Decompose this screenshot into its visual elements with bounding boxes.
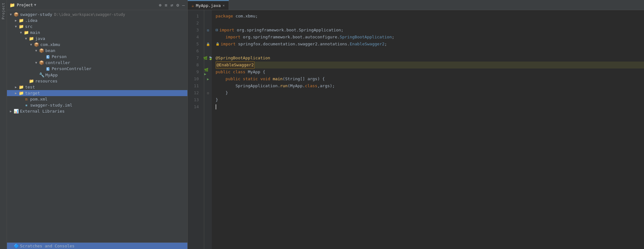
gutter-7: 🌿 🍃 bbox=[204, 55, 212, 62]
param-args-2: args bbox=[320, 82, 330, 89]
scratches-icon: 🔷 bbox=[13, 243, 19, 248]
gutter-13 bbox=[204, 96, 212, 103]
tab-close[interactable]: × bbox=[223, 3, 225, 8]
idea-arrow: ▶ bbox=[13, 19, 18, 22]
tree-bean[interactable]: ▼ 📦 bean bbox=[7, 48, 187, 54]
gutter-4 bbox=[204, 34, 212, 41]
ann-enableswagger2: @EnableSwagger2 bbox=[216, 61, 255, 69]
tree-target[interactable]: ▶ 📁 target bbox=[7, 90, 187, 96]
bean-green-icon[interactable]: 🌿 bbox=[203, 56, 208, 60]
tree-resources[interactable]: ▶ 📁 resources bbox=[7, 78, 187, 84]
import-spring-boot-app: SpringBootApplication bbox=[340, 34, 392, 41]
project-dropdown-icon[interactable]: ▼ bbox=[34, 3, 36, 7]
fold-3-icon[interactable]: ⊟ bbox=[207, 29, 209, 32]
target-label: target bbox=[25, 91, 40, 95]
pkg-name: com.xbmu bbox=[236, 13, 256, 20]
gutter-3: ⊟ bbox=[204, 27, 212, 34]
pom-label: pom.xml bbox=[30, 97, 48, 102]
locate-icon[interactable]: ⊕ bbox=[159, 3, 161, 8]
import-path-5-plain: springfox.documentation.swagger2.annotat… bbox=[238, 41, 350, 48]
ext-lib-label: External Libraries bbox=[20, 109, 65, 114]
root-arrow: ▼ bbox=[8, 13, 13, 16]
person-label: Person bbox=[52, 54, 67, 59]
ln-8: 8 bbox=[188, 62, 201, 69]
tree-scratches[interactable]: ▶ 🔷 Scratches and Consoles bbox=[7, 243, 187, 249]
person-icon: C bbox=[45, 54, 51, 59]
tree-test[interactable]: ▶ 📁 test bbox=[7, 84, 187, 90]
test-folder-icon: 📁 bbox=[18, 85, 24, 89]
import-path-3: org.springframework.boot.SpringApplicati… bbox=[237, 27, 344, 34]
tree-java[interactable]: ▼ 📁 java bbox=[7, 36, 187, 42]
tree-root[interactable]: ▼ 📦 swagger-study D:\idea_workspace\swag… bbox=[7, 11, 187, 17]
sidebar-strip-label[interactable]: Project bbox=[1, 3, 5, 19]
bean-leaf-icon[interactable]: 🍃 bbox=[208, 56, 213, 60]
pom-icon: m bbox=[23, 97, 29, 102]
gutter-1 bbox=[204, 13, 212, 20]
import-path-4-plain: org.springframework.boot.autoconfigure. bbox=[243, 34, 340, 41]
myapp-label: MyApp bbox=[45, 73, 58, 77]
fold-inline-3[interactable]: ⊟ bbox=[216, 27, 218, 34]
main-arrow: ▼ bbox=[18, 31, 23, 34]
ln-11: 11 bbox=[188, 82, 201, 89]
code-line-6 bbox=[216, 48, 644, 55]
header-icons: ⊕ ≡ ⇄ ⚙ — bbox=[159, 3, 185, 8]
import-enable-swagger2: EnableSwagger2 bbox=[350, 41, 385, 48]
code-line-14 bbox=[216, 103, 644, 110]
ln-7: 7 bbox=[188, 55, 201, 62]
com-xbmu-arrow: ▼ bbox=[29, 43, 34, 46]
kw-void-10: void bbox=[260, 75, 273, 82]
expand-icon[interactable]: ⇄ bbox=[171, 3, 173, 8]
code-line-1: package com.xbmu; bbox=[216, 13, 644, 20]
iml-label: swagger-study.iml bbox=[30, 103, 72, 108]
tree-personcontroller[interactable]: ▶ C PersonController bbox=[7, 66, 187, 72]
code-line-4: import org.springframework.boot.autoconf… bbox=[216, 34, 644, 41]
tree-com-xbmu[interactable]: ▼ 📦 com.xbmu bbox=[7, 42, 187, 48]
bean-label: bean bbox=[45, 48, 55, 53]
tab-name: MyApp.java bbox=[196, 3, 221, 8]
collapse-all-icon[interactable]: ≡ bbox=[165, 3, 167, 8]
tree-external-libraries[interactable]: ▶ 📊 External Libraries bbox=[7, 108, 187, 114]
controller-arrow: ▼ bbox=[34, 61, 39, 64]
ann-springboot: @SpringBootApplication bbox=[216, 55, 270, 62]
project-header: 📁 Project ▼ ⊕ ≡ ⇄ ⚙ — bbox=[7, 0, 187, 10]
ln-9: 9 bbox=[188, 69, 201, 75]
tab-icon: ☕ bbox=[192, 3, 194, 8]
run-10-icon[interactable]: ▶ bbox=[207, 77, 209, 81]
run-9-icon[interactable]: 🌿 ▶ bbox=[204, 68, 212, 76]
tree-iml[interactable]: ▶ ◼ swagger-study.iml bbox=[7, 102, 187, 108]
java-label: java bbox=[35, 36, 45, 41]
method-main: main bbox=[273, 75, 283, 82]
tree-main[interactable]: ▼ 📁 main bbox=[7, 29, 187, 36]
tree-src[interactable]: ▼ 📁 src bbox=[7, 23, 187, 29]
tree-pom[interactable]: ▶ m pom.xml bbox=[7, 96, 187, 102]
minimize-icon[interactable]: — bbox=[182, 3, 185, 8]
tree-controller[interactable]: ▼ 📦 controller bbox=[7, 60, 187, 66]
root-path: D:\idea_workspace\swagger-study bbox=[54, 12, 125, 17]
settings-icon[interactable]: ⚙ bbox=[176, 3, 179, 8]
kw-static-10: static bbox=[243, 75, 260, 82]
ln-1: 1 bbox=[188, 13, 201, 20]
gutter-11 bbox=[204, 82, 212, 89]
src-folder-icon: 📁 bbox=[18, 24, 24, 29]
lock-inline-5: 🔒 bbox=[216, 41, 219, 48]
tree-person[interactable]: ▶ C Person bbox=[7, 54, 187, 60]
code-content[interactable]: package com.xbmu; ⊟ import org.springfra… bbox=[212, 10, 644, 249]
tree-myapp[interactable]: ▶ 🔧 MyApp bbox=[7, 72, 187, 78]
ln-10: 10 bbox=[188, 75, 201, 82]
main-label: main bbox=[30, 30, 40, 35]
fold-12-icon[interactable]: ⊟ bbox=[207, 91, 209, 95]
project-title: Project ▼ bbox=[17, 3, 36, 7]
ext-lib-icon: 📊 bbox=[13, 109, 19, 114]
java-folder-icon: 📁 bbox=[29, 36, 34, 41]
cursor bbox=[216, 104, 216, 109]
ln-2: 2 bbox=[188, 20, 201, 27]
code-line-10: public static void main(String[] args) { bbox=[216, 75, 644, 82]
tree-idea[interactable]: ▶ 📁 .idea bbox=[7, 17, 187, 23]
editor-tab-myapp[interactable]: ☕ MyApp.java × bbox=[188, 0, 229, 10]
code-line-13: } bbox=[216, 96, 644, 103]
editor-tabs: ☕ MyApp.java × bbox=[188, 0, 644, 10]
code-line-11: SpringApplication.run(MyApp.class,args); bbox=[216, 82, 644, 89]
src-arrow: ▼ bbox=[13, 25, 18, 28]
code-line-2 bbox=[216, 20, 644, 27]
code-line-3: ⊟ import org.springframework.boot.Spring… bbox=[216, 27, 644, 34]
